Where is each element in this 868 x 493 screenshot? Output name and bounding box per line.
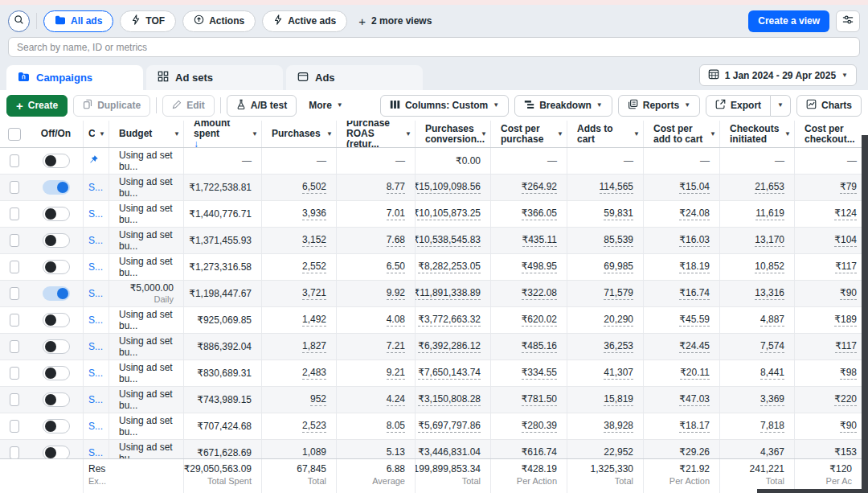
header-cost-per-purchase[interactable]: Cost per purchase▼ (490, 121, 567, 147)
edit-button[interactable]: Edit (162, 95, 215, 117)
row-checkbox[interactable] (10, 261, 19, 273)
row-checkbox[interactable] (10, 181, 19, 194)
charts-button[interactable]: Charts (796, 95, 862, 117)
view-settings-button[interactable] (836, 10, 860, 32)
campaign-name-link[interactable]: S... (88, 368, 103, 379)
search-input[interactable] (8, 37, 860, 57)
row-checkbox[interactable] (10, 340, 19, 353)
row-checkbox[interactable] (10, 234, 19, 247)
campaign-toggle[interactable] (43, 154, 70, 168)
breakdown-button[interactable]: Breakdown ▼ (514, 95, 612, 117)
tab-ads[interactable]: Ads (286, 65, 423, 90)
view-pill-all-ads[interactable]: All ads (43, 10, 113, 32)
row-checkbox[interactable] (10, 367, 19, 380)
create-button[interactable]: + Create (6, 95, 68, 117)
ab-test-button[interactable]: A/B test (227, 95, 297, 117)
row-checkbox[interactable] (10, 446, 19, 458)
header-amount-spent[interactable]: Amount spent↓▼ (183, 121, 261, 147)
campaign-name-link[interactable]: S... (88, 314, 103, 326)
header-cost-per-add-to-cart[interactable]: Cost per add to cart▼ (643, 121, 719, 147)
metric-cell-co: — (719, 148, 794, 174)
view-pill-tof[interactable]: TOF (120, 10, 176, 32)
header-off-on: Off/On (29, 121, 83, 147)
campaign-name-link[interactable]: S... (88, 341, 103, 352)
header-budget[interactable]: Budget▼ (108, 121, 183, 147)
campaign-name-link[interactable]: S... (88, 447, 103, 458)
select-all-checkbox[interactable] (8, 128, 21, 141)
metric-cell-roas: 7.68 (336, 228, 415, 253)
row-checkbox[interactable] (10, 314, 19, 327)
date-range-button[interactable]: 1 Jan 2024 - 29 Apr 2025 ▼ (699, 64, 857, 86)
divider (220, 97, 221, 113)
metric-cell-amount: ₹1,440,776.71 (183, 201, 261, 227)
tab-campaigns[interactable]: Campaigns (6, 65, 143, 90)
header-adds-to-cart[interactable]: Adds to cart▼ (567, 121, 643, 147)
vertical-scrollbar[interactable] (862, 135, 868, 493)
metric-cell-cpp: ₹620.02 (490, 307, 567, 333)
header-select-all (0, 121, 29, 147)
campaign-toggle[interactable] (43, 419, 70, 433)
metric-cell-purchases: 6,502 (261, 175, 336, 200)
tab-ad-sets[interactable]: Ad sets (146, 65, 283, 90)
footer-spacer (0, 459, 29, 493)
columns-button[interactable]: Columns: Custom ▼ (380, 95, 509, 117)
metric-cell-cpatc: ₹18.17 (643, 413, 719, 439)
more-button[interactable]: More ▼ (302, 95, 350, 117)
campaign-name-link[interactable]: S... (88, 421, 103, 432)
sort-desc-icon: ↓ (194, 139, 250, 147)
row-checkbox[interactable] (10, 154, 19, 167)
campaign-name-link[interactable]: S... (88, 261, 103, 273)
header-purchase-roas[interactable]: Purchase ROAS (retur...▼ (336, 121, 415, 147)
export-label: Export (731, 100, 761, 111)
header-purchases[interactable]: Purchases▼ (261, 121, 336, 147)
metric-cell-co: 11,619 (719, 201, 794, 227)
metric-cell-conv: ₹15,109,098.56 (415, 175, 490, 200)
reports-button[interactable]: Reports ▼ (618, 95, 700, 117)
plus-icon: + (16, 100, 23, 112)
more-views-label: 2 more views (371, 15, 432, 27)
campaign-name-link[interactable]: S... (88, 394, 103, 405)
row-checkbox[interactable] (10, 393, 19, 406)
header-cost-per-checkout[interactable]: Cost per checkout... (794, 121, 862, 147)
campaign-toggle[interactable] (43, 260, 70, 274)
create-a-view-button[interactable]: Create a view (748, 10, 829, 32)
search-views-button[interactable] (8, 10, 30, 32)
budget-cell: ₹5,000.00Daily (108, 281, 183, 306)
budget-cell: Using ad set bu... (108, 201, 183, 227)
campaign-toggle[interactable] (43, 366, 70, 380)
metric-cell-cpc: ₹90 (794, 281, 862, 306)
metric-cell-co: 4,887 (719, 307, 794, 333)
horizontal-scrollbar[interactable] (757, 489, 862, 493)
budget-cell: Using ad set bu... (108, 254, 183, 280)
view-pill-active-ads[interactable]: Active ads (262, 10, 347, 32)
campaign-toggle[interactable] (43, 180, 70, 195)
campaign-toggle[interactable] (43, 286, 70, 301)
campaign-name-link[interactable]: S... (88, 235, 103, 246)
campaign-name-link[interactable]: S... (88, 182, 103, 193)
campaign-toggle[interactable] (43, 313, 70, 327)
row-checkbox[interactable] (10, 207, 19, 220)
campaign-toggle[interactable] (43, 233, 70, 248)
export-button[interactable]: Export (706, 95, 771, 117)
header-campaign[interactable]: C▼ (83, 121, 108, 147)
header-checkouts-initiated[interactable]: Checkouts initiated▼ (719, 121, 794, 147)
metric-cell-purchases: 1,827 (261, 334, 336, 359)
campaign-name-link[interactable]: S... (88, 288, 103, 299)
metric-cell-amount: — (183, 148, 261, 174)
duplicate-button[interactable]: Duplicate (73, 95, 150, 117)
frame-icon (297, 72, 309, 84)
row-checkbox[interactable] (10, 287, 19, 300)
campaign-toggle[interactable] (43, 392, 70, 407)
campaign-toggle[interactable] (43, 339, 70, 354)
campaign-toggle[interactable] (43, 207, 70, 221)
header-purchases-conversion[interactable]: Purchases conversion...▼ (415, 121, 490, 147)
metric-cell-cpatc: ₹16.03 (643, 228, 719, 253)
metric-cell-cpc: ₹124 (794, 201, 862, 227)
metric-cell-cpc: ₹117 (794, 254, 862, 280)
export-options-button[interactable]: ▼ (771, 95, 791, 117)
campaign-name-link[interactable]: S... (88, 208, 103, 220)
more-views-button[interactable]: + 2 more views (358, 14, 432, 28)
row-checkbox[interactable] (10, 420, 19, 433)
campaign-toggle[interactable] (43, 446, 70, 458)
view-pill-actions[interactable]: Actions (182, 10, 256, 32)
